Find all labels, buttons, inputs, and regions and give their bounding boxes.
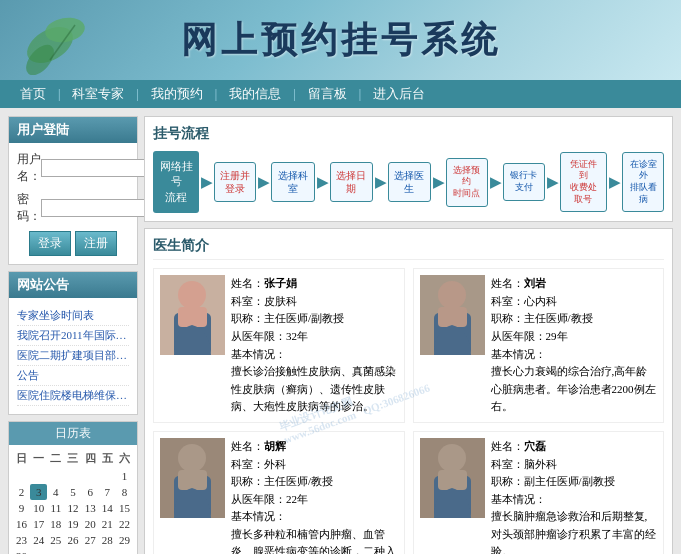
calendar-day[interactable]: 18: [47, 516, 64, 532]
notice-item[interactable]: 我院召开2011年国际临床研究: [17, 326, 129, 346]
flow-step-4[interactable]: 选择医生: [388, 162, 431, 202]
doctor-card-4: 姓名：穴磊 科室：脑外科 职称：副主任医师/副教授 基本情况： 擅长脑肿瘤急诊救…: [413, 431, 665, 554]
nav-backend[interactable]: 进入后台: [363, 82, 435, 106]
doc4-base-label: 基本情况：: [491, 491, 658, 509]
register-button[interactable]: 注册: [75, 231, 117, 256]
calendar-day[interactable]: 27: [82, 532, 99, 548]
calendar-day[interactable]: 13: [82, 500, 99, 516]
nav-message[interactable]: 留言板: [298, 82, 357, 106]
calendar-day[interactable]: 9: [13, 500, 30, 516]
doctor-photo-3: [160, 438, 225, 518]
doctor-card-1: 姓名：张子娟 科室：皮肤科 职称：主任医师/副教授 从医年限：32年 基本情况：…: [153, 268, 405, 423]
flow-step-2[interactable]: 选择科室: [271, 162, 314, 202]
nav-my-info[interactable]: 我的信息: [219, 82, 291, 106]
calendar-day[interactable]: 19: [64, 516, 81, 532]
calendar-day[interactable]: 26: [64, 532, 81, 548]
calendar-day[interactable]: 10: [30, 500, 47, 516]
site-title: 网上预约挂号系统: [181, 16, 501, 65]
notice-item[interactable]: 医院二期扩建项目部分材料招: [17, 346, 129, 366]
calendar-day[interactable]: 8: [116, 484, 133, 500]
flow-step-1[interactable]: 注册并登录: [214, 162, 256, 202]
login-box-title: 用户登陆: [9, 117, 137, 143]
doctor-box-title: 医生简介: [153, 237, 664, 260]
calendar-day: [47, 468, 64, 484]
calendar-day[interactable]: 5: [64, 484, 81, 500]
calendar-day[interactable]: 11: [47, 500, 64, 516]
cal-header-thu: 四: [82, 449, 99, 468]
doctor-photo-4: [420, 438, 485, 518]
calendar-day[interactable]: 14: [99, 500, 116, 516]
doctor-avatar-3: [160, 438, 225, 518]
nav-my-appointment[interactable]: 我的预约: [141, 82, 213, 106]
flow-arrow-1: ▶: [258, 174, 269, 191]
notice-item[interactable]: 公告: [17, 366, 129, 386]
doc3-name-label: 姓名：: [231, 440, 264, 452]
calendar-day[interactable]: 29: [116, 532, 133, 548]
calendar-day[interactable]: 3: [30, 484, 47, 500]
doc4-title: 副主任医师/副教授: [524, 475, 615, 487]
calendar-day[interactable]: 23: [13, 532, 30, 548]
flow-step-8[interactable]: 在诊室外排队看病: [622, 152, 664, 213]
flow-arrow-6: ▶: [547, 174, 558, 191]
calendar-day[interactable]: 4: [47, 484, 64, 500]
left-sidebar: 用户登陆 用户名： 密 码： 登录 注册: [8, 116, 138, 554]
flow-step-7[interactable]: 凭证件到收费处取号: [560, 152, 607, 213]
reg-flow-title: 挂号流程: [153, 125, 664, 143]
main-content: 用户登陆 用户名： 密 码： 登录 注册: [0, 108, 681, 554]
flow-step-5[interactable]: 选择预约时间点: [446, 158, 488, 207]
calendar-day[interactable]: 22: [116, 516, 133, 532]
doctor-info-4: 姓名：穴磊 科室：脑外科 职称：副主任医师/副教授 基本情况： 擅长脑肿瘤急诊救…: [491, 438, 658, 554]
nav-home[interactable]: 首页: [10, 82, 56, 106]
calendar-day: [82, 468, 99, 484]
doc1-dept-label: 科室：: [231, 295, 264, 307]
nav-sep-5: |: [359, 87, 361, 102]
notice-item[interactable]: 医院住院楼电梯维保招标公告: [17, 386, 129, 406]
flow-start: 网络挂号流程: [153, 151, 199, 213]
doc3-dept-label: 科室：: [231, 458, 264, 470]
doc3-name: 胡辉: [264, 440, 286, 452]
doc3-title: 主任医师/教授: [264, 475, 333, 487]
cal-header-sat: 六: [116, 449, 133, 468]
calendar-day[interactable]: 15: [116, 500, 133, 516]
calendar-day[interactable]: 24: [30, 532, 47, 548]
calendar-day: [82, 548, 99, 554]
calendar-day[interactable]: 6: [82, 484, 99, 500]
calendar-day[interactable]: 17: [30, 516, 47, 532]
notice-item[interactable]: 专家坐诊时间表: [17, 306, 129, 326]
doc1-exp-label: 从医年限：: [231, 330, 286, 342]
calendar-day[interactable]: 7: [99, 484, 116, 500]
calendar-day[interactable]: 1: [116, 468, 133, 484]
flow-step-6[interactable]: 银行卡支付: [503, 163, 545, 200]
flow-arrow-7: ▶: [609, 174, 620, 191]
login-button[interactable]: 登录: [29, 231, 71, 256]
header-leaf-icon: [20, 5, 100, 75]
doc2-title-label: 职称：: [491, 312, 524, 324]
doc1-name-label: 姓名：: [231, 277, 264, 289]
doc4-name-label: 姓名：: [491, 440, 524, 452]
calendar-day[interactable]: 30: [13, 548, 30, 554]
nav-sep-2: |: [136, 87, 138, 102]
calendar-day: [30, 468, 47, 484]
calendar-day[interactable]: 12: [64, 500, 81, 516]
calendar-day: [99, 468, 116, 484]
doc2-exp: 29年: [546, 330, 568, 342]
calendar-day: [47, 548, 64, 554]
svg-point-4: [178, 281, 206, 309]
doc1-base-label: 基本情况：: [231, 346, 398, 364]
calendar-day[interactable]: 20: [82, 516, 99, 532]
calendar-day: [116, 548, 133, 554]
svg-rect-15: [438, 470, 467, 490]
calendar-day[interactable]: 21: [99, 516, 116, 532]
doc2-name: 刘岩: [524, 277, 546, 289]
doc3-title-label: 职称：: [231, 475, 264, 487]
nav-departments[interactable]: 科室专家: [62, 82, 134, 106]
calendar-day[interactable]: 16: [13, 516, 30, 532]
calendar-day[interactable]: 28: [99, 532, 116, 548]
flow-step-3[interactable]: 选择日期: [330, 162, 373, 202]
calendar-title: 日历表: [9, 422, 137, 445]
svg-point-10: [178, 444, 206, 472]
doctor-avatar-2: [420, 275, 485, 355]
svg-rect-12: [178, 470, 207, 490]
calendar-day[interactable]: 2: [13, 484, 30, 500]
calendar-day[interactable]: 25: [47, 532, 64, 548]
